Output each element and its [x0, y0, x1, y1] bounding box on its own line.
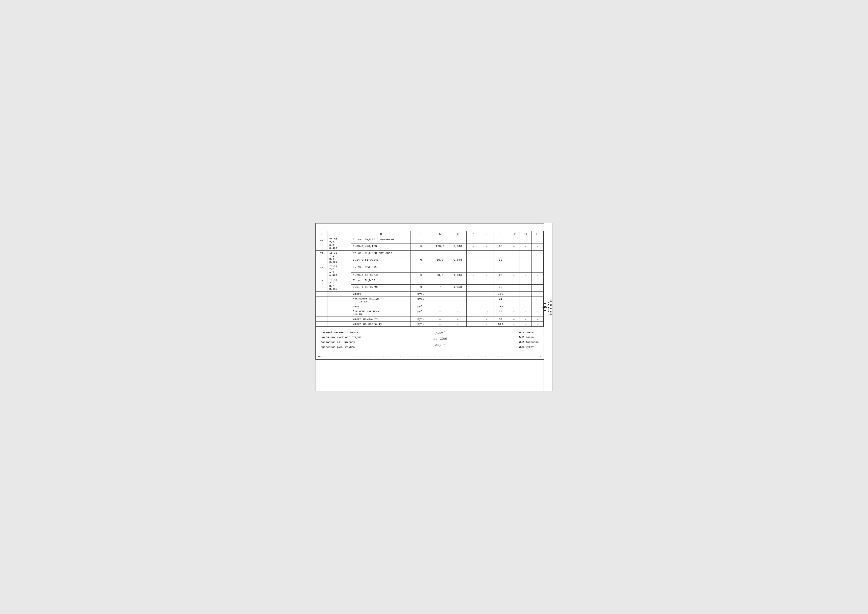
row-col6-10: 0,8I8: [449, 244, 467, 251]
summary-unit-variant: руб.: [411, 321, 431, 326]
row-col8-12: –: [480, 273, 493, 278]
summary-col8-variant: –: [480, 321, 493, 326]
summary-col12-nakl: –: [532, 296, 544, 304]
row-col9-13: IO: [493, 285, 508, 291]
col-header-5: 5: [431, 231, 449, 237]
row-col8-10-empty: [480, 237, 493, 244]
summary-col5-itogo2: –: [431, 304, 449, 309]
row-col6-11: 0,878: [449, 257, 467, 264]
summary-col9-planov: I4: [493, 309, 508, 316]
col-header-10: IO: [508, 231, 520, 237]
summary-empty-12: [328, 321, 351, 326]
row-col12-10-empty: [532, 237, 544, 244]
table-row: II I6-38 7-I п.4 п.482 То же, ПНД-32С пи…: [316, 250, 544, 257]
summary-col9-iskl: 32: [493, 316, 508, 321]
summary-col6-variant: –: [449, 321, 467, 326]
summary-empty-7: [316, 309, 328, 316]
sig-img-1: puuer: [435, 330, 445, 336]
sig-img-2: as tlue: [434, 336, 447, 342]
side-label: 1355-02 804-2-41.86 — IO2 — II: [544, 223, 553, 391]
row-col8-11: –: [480, 257, 493, 264]
page-number: — IO2 —: [542, 302, 547, 312]
table-row: I3 I6-40 7-I п.7 п.485 То же, ПНД-63: [316, 278, 544, 285]
doc-number-top: 1355-02 804-2-41.86: [547, 299, 552, 315]
row-col9-13-empty: [493, 278, 508, 285]
summary-empty-11: [316, 321, 328, 326]
row-unit-13: м: [411, 285, 431, 291]
row-code-10: I6 37 7-I п.3 п.48I: [328, 237, 351, 250]
summary-empty-5: [316, 304, 328, 309]
row-col6-12-empty: [449, 264, 467, 273]
row-code-12: I6-39 7-I п.5 п.483: [328, 264, 351, 278]
row-col4-11-empty: [411, 250, 431, 257]
sig-img-3: юсу —: [436, 342, 445, 348]
row-id-13: I3: [316, 278, 328, 291]
row-subdesc-12: I,29-0,62+0,346: [351, 273, 411, 278]
summary-row-itogo1: Итого руб. – – – I60 – – –: [316, 291, 544, 296]
row-col12-11: –: [532, 257, 544, 264]
summary-row-variant: Итого по варианту руб. – – – 5II – – –: [316, 321, 544, 326]
row-col7-12-empty: [467, 264, 480, 273]
summary-col7-itogo1: [467, 291, 480, 296]
row-id-11: II: [316, 250, 328, 264]
row-desc-10-main: То же, ПНД-25 С питьевая: [351, 237, 411, 244]
summary-col6-nakl: –: [449, 296, 467, 304]
summary-col10-iskl: –: [508, 316, 520, 321]
header-row: I 2 3 4 5 6 7 8 9 IO II I2: [316, 231, 544, 237]
summary-col5-planov: –: [431, 309, 449, 316]
sig-name-4: Л.Ф.Кугот: [519, 345, 539, 350]
col-header-4: 4: [411, 231, 431, 237]
summary-unit-planov: руб.: [411, 309, 431, 316]
summary-col10-variant: –: [508, 321, 520, 326]
row-unit-10: м: [411, 244, 431, 251]
row-col5-11: I5,0: [431, 257, 449, 264]
main-table: I 2 3 4 5 6 7 8 9 IO II I2 IO: [316, 231, 544, 327]
summary-row-planov: Плановые накопле-ния 8% руб. – – .- I4 –…: [316, 309, 544, 316]
row-subdesc-11: I,I4-0,5I+0,248: [351, 257, 411, 264]
summary-empty-4: [328, 296, 351, 304]
row-col10-13-empty: [508, 278, 520, 285]
summary-col8-planov: .-: [480, 309, 493, 316]
row-subdesc-10: I,03-0,4+0,I83: [351, 244, 411, 251]
row-col7-13-empty: [467, 278, 480, 285]
row-col12-12-empty: [532, 264, 544, 273]
bottom-label: пл · · · · · · · · · · · · · · · · · · ·…: [316, 354, 544, 359]
signature-names: Ю.А.Чижов В.М.Ильин Л.И.Антонова Л.Ф.Куг…: [519, 330, 539, 350]
summary-empty-9: [316, 316, 328, 321]
signature-images: puuer as tlue юсу —: [424, 330, 456, 348]
row-col7-10: –: [467, 244, 480, 251]
row-unit-11: м: [411, 257, 431, 264]
row-col4-10-empty: [411, 237, 431, 244]
row-col10-10: –: [508, 244, 520, 251]
col-header-11: II: [520, 231, 532, 237]
row-col5-12-empty: [431, 264, 449, 273]
summary-empty-3: [316, 296, 328, 304]
summary-col11-variant: –: [520, 321, 532, 326]
row-col8-13: –: [480, 285, 493, 291]
row-col9-12: 20: [493, 273, 508, 278]
top-dashed-line: · · · · · · · · · · · · · · · · · · · · …: [316, 223, 544, 231]
row-col10-13: –: [508, 285, 520, 291]
summary-label-itogo1: Итого: [351, 291, 411, 296]
row-col6-12: I,0I6: [449, 273, 467, 278]
row-desc-13-main: То же, ПНД-63: [351, 278, 411, 285]
row-col7-12: –: [467, 273, 480, 278]
summary-col9-itogo2: I8I: [493, 304, 508, 309]
summary-col12-planov: –: [532, 309, 544, 316]
col-header-9: 9: [493, 231, 508, 237]
col-header-1: I: [316, 231, 328, 237]
row-id-12: I2: [316, 264, 328, 278]
summary-col5-itogo1: –: [431, 291, 449, 296]
row-col12-13: –: [532, 285, 544, 291]
summary-col8-itogo2: –: [480, 304, 493, 309]
row-col6-13: I,378: [449, 285, 467, 291]
summary-col6-itogo2: –: [449, 304, 467, 309]
row-col4-13-empty: [411, 278, 431, 285]
row-col7-13: · –: [467, 285, 480, 291]
summary-unit-nakl: руб.: [411, 296, 431, 304]
sig-name-3: Л.И.Антонова: [519, 340, 539, 345]
summary-col11-nakl: –: [520, 296, 532, 304]
row-col7-11: –: [467, 257, 480, 264]
row-unit-12: м: [411, 273, 431, 278]
row-col11-12-empty: [520, 264, 532, 273]
